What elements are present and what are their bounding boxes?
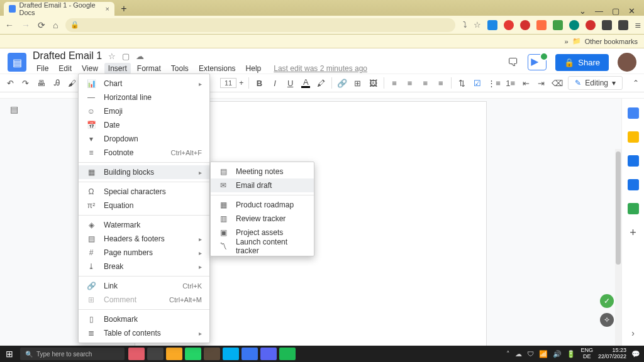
cloud-status-icon[interactable]: ☁ [136,52,144,61]
taskbar-app-spotify[interactable] [279,348,296,360]
font-size-control[interactable]: 11 + [220,78,243,88]
insert-comment-icon[interactable]: ⊞ [353,79,364,88]
tray-security-icon[interactable]: 🛡 [527,350,534,358]
menu-tools[interactable]: Tools [167,63,192,74]
align-center-icon[interactable]: ≡ [404,79,415,88]
insert-menu-item[interactable]: #Page numbers▸ [79,246,209,260]
increase-indent-icon[interactable]: ⇥ [536,79,547,88]
decrease-indent-icon[interactable]: ⇤ [521,79,531,88]
browser-tab-active[interactable]: Drafted Email 1 - Google Docs × [4,2,114,16]
taskbar-app-1[interactable] [128,348,145,360]
insert-image-icon[interactable]: 🖼 [368,79,379,88]
ext-icon-6[interactable] [569,20,579,30]
star-doc-icon[interactable]: ☆ [108,52,116,61]
insert-menu-item[interactable]: ◈Watermark [79,218,209,232]
ext-puzzle-icon[interactable] [618,20,628,30]
taskbar-app-skype[interactable] [223,348,239,360]
tray-language[interactable]: ENGDE [580,348,593,360]
print-icon[interactable]: 🖶 [36,79,47,88]
last-edit-link[interactable]: Last edit was 2 minutes ago [274,64,367,73]
insert-link-icon[interactable]: 🔗 [337,79,348,88]
keep-addon-icon[interactable] [628,131,639,143]
explore-badge-icon[interactable]: ✧ [600,313,614,327]
line-spacing-icon[interactable]: ⇅ [457,79,467,88]
minimize-icon[interactable]: ― [595,6,603,16]
get-addons-icon[interactable]: + [628,227,639,238]
insert-menu-item[interactable]: ⤓Break▸ [79,260,209,273]
taskbar-app-7[interactable] [242,348,258,360]
ext-icon-3[interactable] [520,20,530,30]
ext-icon-8[interactable] [602,20,612,30]
ext-icon-4[interactable] [536,20,547,30]
taskbar-app-whatsapp[interactable] [185,348,201,360]
new-tab-button[interactable]: + [117,2,131,16]
tray-chevron-icon[interactable]: ˄ [506,350,510,358]
insert-menu-item[interactable]: ▤Headers & footers▸ [79,232,209,246]
highlight-icon[interactable]: 🖍 [316,79,327,87]
taskbar-app-chrome[interactable] [147,348,164,360]
close-window-icon[interactable]: ✕ [628,6,635,16]
insert-menu-item[interactable]: 🔗LinkCtrl+K [79,279,209,293]
menu-format[interactable]: Format [133,63,165,74]
account-avatar[interactable] [618,53,636,72]
bookmarks-overflow-icon[interactable]: » [565,38,569,45]
tray-onedrive-icon[interactable]: ☁ [515,350,522,358]
bulleted-list-icon[interactable]: ⋮≡ [487,79,500,88]
menu-edit[interactable]: Edit [55,63,75,74]
insert-menu-item[interactable]: ―Horizontal line [79,90,209,104]
clear-formatting-icon[interactable]: ⌫ [552,79,563,88]
spellcheck-icon[interactable]: Ꭿ [52,78,62,88]
taskbar-app-8[interactable] [260,348,277,360]
align-right-icon[interactable]: ≡ [420,79,431,88]
font-size-value[interactable]: 11 [220,78,236,88]
outline-gutter[interactable]: ▤ [0,99,28,346]
align-left-icon[interactable]: ≡ [389,79,400,88]
home-icon[interactable]: ⌂ [53,20,58,30]
reload-icon[interactable]: ⟳ [38,20,45,30]
editing-mode-button[interactable]: ✎ Editing ▾ [568,76,623,90]
maximize-icon[interactable]: ▢ [612,6,619,16]
text-color-icon[interactable]: A [301,78,311,88]
chevron-down-icon[interactable]: ⌄ [579,6,586,16]
document-title[interactable]: Drafted Email 1 [33,50,102,62]
hide-sidepanel-icon[interactable]: › [628,328,639,339]
vertical-scrollbar[interactable] [615,149,621,346]
insert-menu-item[interactable]: ΩSpecial characters [79,185,209,199]
tray-clock[interactable]: 15:2322/07/2022 [598,348,626,360]
tab-close-icon[interactable]: × [106,5,109,13]
taskbar-app-3[interactable] [166,348,182,360]
menu-insert[interactable]: Insert [104,63,131,74]
menu-file[interactable]: File [33,63,52,74]
insert-menu-item[interactable]: ▾Dropdown [79,132,209,146]
install-icon[interactable]: ⤵ [463,20,467,30]
insert-menu-item[interactable]: 📊Chart▸ [79,77,209,90]
underline-icon[interactable]: U [285,79,296,88]
tray-volume-icon[interactable]: 🔊 [553,350,562,358]
comments-history-icon[interactable]: 🗨 [508,56,519,69]
insert-menu-item[interactable]: 📅Date [79,118,209,132]
tray-battery-icon[interactable]: 🔋 [567,350,575,358]
menu-help[interactable]: Help [242,63,265,74]
tray-notifications-icon[interactable]: 💬 [631,350,640,358]
bold-icon[interactable]: B [254,79,265,88]
insert-menu-item[interactable]: ▦Building blocks▸ [79,165,209,179]
paint-format-icon[interactable]: 🖌 [67,79,78,88]
checklist-icon[interactable]: ☑ [472,79,483,88]
building-blocks-item[interactable]: ▥Review tracker [211,212,314,226]
tray-wifi-icon[interactable]: 📶 [539,350,548,358]
insert-menu-item[interactable]: ▯Bookmark [79,312,209,326]
move-doc-icon[interactable]: ▢ [122,52,130,61]
building-blocks-item[interactable]: ▤Meeting notes [211,165,314,178]
insert-menu-item[interactable]: ☺Emoji [79,104,209,118]
align-justify-icon[interactable]: ≡ [436,79,447,88]
redo-icon[interactable]: ↷ [21,79,31,88]
calendar-addon-icon[interactable] [628,107,639,119]
ext-icon-5[interactable] [553,20,563,30]
menu-extensions[interactable]: Extensions [195,63,240,74]
menu-view[interactable]: View [78,63,102,74]
maps-addon-icon[interactable] [628,203,639,214]
start-button[interactable]: ⊞ [0,349,19,359]
star-icon[interactable]: ☆ [474,20,481,30]
url-input[interactable]: 🔒 [65,18,455,32]
insert-menu-item[interactable]: π²Equation [79,199,209,212]
